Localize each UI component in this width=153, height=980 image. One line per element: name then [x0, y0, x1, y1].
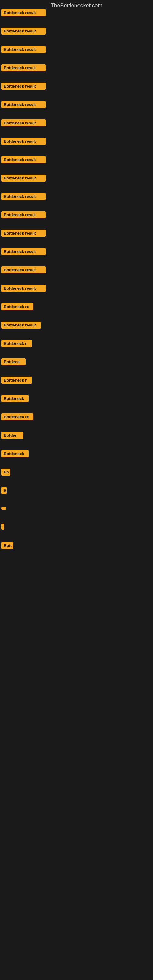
bottleneck-badge: Bott — [1, 542, 13, 549]
list-item: Bottleneck result — [1, 64, 46, 73]
list-item: Bottleneck result — [1, 83, 46, 91]
list-item: Bottleneck result — [1, 156, 46, 164]
list-item: Bott — [1, 542, 13, 550]
bottleneck-badge: Bottleneck result — [1, 175, 46, 181]
bottleneck-badge: Bottleneck result — [1, 193, 46, 200]
list-item: Bottleneck result — [1, 138, 46, 146]
bottleneck-badge: Bottleneck r — [1, 377, 32, 384]
list-item: Bottlene — [1, 358, 26, 367]
bottleneck-badge: Bottleneck result — [1, 101, 46, 108]
bottleneck-badge: Bottleneck result — [1, 248, 46, 255]
list-item: Bottleneck re — [1, 414, 33, 422]
list-item: Bottleneck result — [1, 9, 46, 18]
bottleneck-badge: Bottleneck result — [1, 64, 46, 72]
list-item: Bottleneck result — [1, 193, 46, 201]
list-item: Bottleneck re — [1, 303, 33, 312]
list-item: Bottleneck result — [1, 46, 46, 54]
list-item — [1, 505, 6, 511]
list-item: Bottlen — [1, 432, 23, 440]
bottleneck-badge: Bottlen — [1, 432, 23, 439]
list-item: Bottleneck result — [1, 101, 46, 109]
bottleneck-badge: Bottleneck result — [1, 211, 46, 218]
list-item: Bottleneck — [1, 450, 29, 458]
bottleneck-badge: Bottleneck result — [1, 285, 46, 292]
list-item: Bottleneck result — [1, 321, 41, 330]
bottleneck-badge: Bottleneck result — [1, 119, 46, 126]
bottleneck-badge: · — [1, 524, 4, 530]
list-item: Bottleneck result — [1, 175, 46, 183]
list-item: B — [1, 487, 7, 495]
bottleneck-badge: Bottleneck — [1, 450, 29, 457]
list-item: Bottleneck result — [1, 285, 46, 293]
list-item: Bottleneck result — [1, 266, 46, 275]
list-item: Bottleneck — [1, 395, 29, 403]
bottleneck-badge: Bo — [1, 469, 10, 476]
list-item: Bottleneck result — [1, 119, 46, 128]
bottleneck-badge: Bottleneck r — [1, 340, 32, 347]
list-item: Bottleneck result — [1, 248, 46, 256]
list-item: · — [1, 524, 4, 531]
bottleneck-badge: Bottleneck result — [1, 83, 46, 90]
bottleneck-badge: Bottleneck — [1, 395, 29, 402]
list-item: Bottleneck result — [1, 211, 46, 220]
bottleneck-badge: Bottlene — [1, 358, 26, 365]
list-item: Bo — [1, 469, 10, 477]
bottleneck-badge: Bottleneck re — [1, 303, 33, 310]
list-item: Bottleneck r — [1, 377, 32, 385]
bottleneck-badge: Bottleneck result — [1, 27, 46, 35]
bottleneck-badge: Bottleneck result — [1, 266, 46, 274]
bottleneck-badge: Bottleneck result — [1, 321, 41, 329]
list-item: Bottleneck r — [1, 340, 32, 348]
list-item: Bottleneck result — [1, 230, 46, 238]
bottleneck-badge: Bottleneck result — [1, 138, 46, 145]
bottleneck-badge: Bottleneck result — [1, 156, 46, 163]
bottleneck-badge: Bottleneck result — [1, 9, 46, 16]
list-item: Bottleneck result — [1, 27, 46, 36]
bottleneck-badge — [1, 507, 6, 510]
bottleneck-badge: Bottleneck result — [1, 46, 46, 53]
bottleneck-badge: Bottleneck result — [1, 230, 46, 237]
bottleneck-badge: Bottleneck re — [1, 414, 33, 420]
bottleneck-badge: B — [1, 487, 7, 494]
